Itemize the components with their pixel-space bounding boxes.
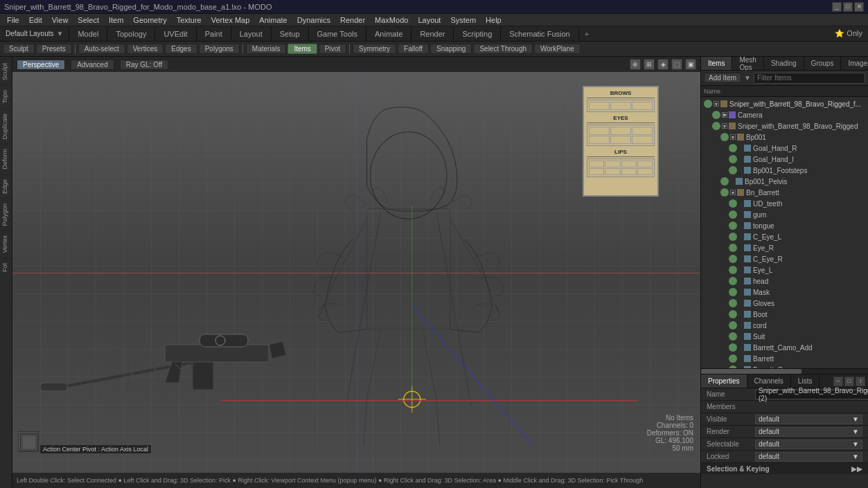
tree-collapse[interactable]: ▶ <box>722 112 727 118</box>
prop-name-value[interactable]: Sniper_with_Barrett_98_Bravo_Rigged (2) <box>755 390 868 399</box>
eye-icon[interactable] <box>729 354 737 363</box>
tree-suit[interactable]: Suit <box>701 331 868 342</box>
close-button[interactable]: ✕ <box>854 2 864 12</box>
presets-button[interactable]: Presets <box>36 44 72 54</box>
menu-file[interactable]: File <box>3 15 24 25</box>
tree-goal-hand-r[interactable]: Goal_Hand_R <box>701 143 868 154</box>
menu-geometry[interactable]: Geometry <box>129 15 170 25</box>
dropdown-arrow[interactable]: ▼ <box>743 74 752 82</box>
tree-bp001[interactable]: ▼ Bp001 <box>701 132 868 143</box>
layouts-dropdown[interactable]: Default Layouts ▼ <box>0 26 69 41</box>
tab-setup[interactable]: Setup <box>272 26 309 41</box>
select-through-button[interactable]: Select Through <box>473 44 533 54</box>
sidebar-topo[interactable]: Topo <box>0 85 12 108</box>
add-item-button[interactable]: Add Item <box>704 73 741 83</box>
tree-c-eye-r[interactable]: C_Eye_R <box>701 253 868 264</box>
scrollbar-thumb[interactable] <box>701 369 801 374</box>
window-controls[interactable]: _ □ ✕ <box>832 2 864 12</box>
eye-icon[interactable] <box>729 222 737 230</box>
rpanel-tab-items[interactable]: Items <box>701 57 732 70</box>
auto-select-button[interactable]: Auto-select <box>78 44 125 54</box>
sidebar-polygon[interactable]: Polygon <box>0 199 12 231</box>
prop-visible-dropdown[interactable]: default ▼ <box>755 415 862 424</box>
vertices-button[interactable]: Vertices <box>127 44 164 54</box>
materials-button[interactable]: Materials <box>246 44 287 54</box>
eye-icon[interactable] <box>729 233 737 241</box>
menu-animate[interactable]: Animate <box>255 15 291 25</box>
eye-icon[interactable] <box>729 166 737 174</box>
prop-icon-2[interactable]: □ <box>844 377 854 386</box>
menu-maxmodo[interactable]: MaxModo <box>371 15 412 25</box>
prop-tab-lists[interactable]: Lists <box>791 374 820 388</box>
tree-sniper-rigged[interactable]: ▼ Sniper_with_Barrett_98_Bravo_Rigged <box>701 120 868 132</box>
sidebar-duplicate[interactable]: Duplicate <box>0 109 12 144</box>
eye-icon[interactable] <box>729 343 737 352</box>
prop-tab-channels[interactable]: Channels <box>747 374 791 388</box>
edges-button[interactable]: Edges <box>165 44 197 54</box>
tab-topology[interactable]: Topology <box>107 26 155 41</box>
vp-icon-1[interactable]: ⊕ <box>630 59 641 70</box>
sidebar-fot[interactable]: Fot <box>0 258 12 276</box>
eye-icon[interactable] <box>720 133 729 141</box>
eye-icon[interactable] <box>729 332 737 341</box>
prop-selectable-dropdown[interactable]: default ▼ <box>755 440 862 449</box>
tree-cord[interactable]: cord <box>701 320 868 331</box>
eye-icon[interactable] <box>712 122 720 130</box>
vp-icon-3[interactable]: ◈ <box>657 59 668 70</box>
menu-item[interactable]: Item <box>105 15 127 25</box>
raygl-button[interactable]: Ray GL: Off <box>120 60 169 70</box>
menu-view[interactable]: View <box>48 15 73 25</box>
falloff-button[interactable]: Falloff <box>398 44 429 54</box>
sidebar-deform[interactable]: Deform <box>0 144 12 174</box>
tree-scrollbar[interactable] <box>701 368 868 374</box>
eye-icon[interactable] <box>729 210 737 219</box>
menu-vertexmap[interactable]: Vertex Map <box>207 15 254 25</box>
pivot-button[interactable]: Pivot <box>319 44 346 54</box>
advanced-button[interactable]: Advanced <box>71 60 114 70</box>
eye-icon[interactable] <box>729 321 737 329</box>
tab-animate[interactable]: Animate <box>366 26 411 41</box>
tree-gloves[interactable]: Gloves <box>701 298 868 309</box>
menu-texture[interactable]: Texture <box>172 15 206 25</box>
prop-render-dropdown[interactable]: default ▼ <box>755 427 862 437</box>
maximize-button[interactable]: □ <box>843 2 853 12</box>
tree-c-eye-l[interactable]: C_Eye_L <box>701 231 868 242</box>
workplane-button[interactable]: WorkPlane <box>534 44 581 54</box>
menu-help[interactable]: Help <box>481 15 506 25</box>
minimize-button[interactable]: _ <box>832 2 842 12</box>
symmetry-button[interactable]: Symmetry <box>353 44 396 54</box>
tree-pelvis[interactable]: Bp001_Pelvis <box>701 176 868 187</box>
items-tree[interactable]: ▼ Sniper_with_Barrett_98_Bravo_Rigged_f.… <box>701 97 868 368</box>
sidebar-vertex[interactable]: Vertex <box>0 231 12 257</box>
eye-icon[interactable] <box>729 266 737 274</box>
eye-icon[interactable] <box>729 288 737 296</box>
prop-icon-expand[interactable]: ↕ <box>856 377 865 386</box>
tree-bn-barrett[interactable]: ▼ Bn_Barrett <box>701 187 868 198</box>
polygons-button[interactable]: Polygons <box>199 44 240 54</box>
eye-icon[interactable] <box>729 144 737 152</box>
tree-footsteps[interactable]: Bp001_Footsteps <box>701 165 868 176</box>
eye-icon[interactable] <box>729 277 737 285</box>
tab-uvedit[interactable]: UVEdit <box>155 26 196 41</box>
tree-collapse[interactable]: ▼ <box>730 190 736 195</box>
tab-schematic[interactable]: Schematic Fusion <box>501 26 578 41</box>
tree-barrett-camo-add[interactable]: Barrett_Camo_Add <box>701 342 868 353</box>
tree-camera[interactable]: ▶ Camera <box>701 109 868 120</box>
tab-model[interactable]: Model <box>69 26 107 41</box>
vp-icon-4[interactable]: ⬚ <box>671 59 682 70</box>
eye-icon[interactable] <box>720 177 729 186</box>
eye-icon[interactable] <box>729 199 737 208</box>
tree-gum[interactable]: gum <box>701 209 868 220</box>
rpanel-tab-images[interactable]: Images <box>841 57 868 70</box>
prop-tab-properties[interactable]: Properties <box>701 374 747 388</box>
eye-icon[interactable] <box>729 299 737 307</box>
items-button[interactable]: Items <box>287 44 317 54</box>
eye-icon[interactable] <box>712 111 720 119</box>
tree-boot[interactable]: Boot <box>701 309 868 320</box>
sidebar-edge[interactable]: Edge <box>0 174 12 198</box>
tab-layout[interactable]: Layout <box>231 26 272 41</box>
tree-root[interactable]: ▼ Sniper_with_Barrett_98_Bravo_Rigged_f.… <box>701 98 868 109</box>
tree-collapse[interactable]: ▼ <box>730 134 736 140</box>
eye-icon[interactable] <box>704 100 712 108</box>
vp-icon-5[interactable]: ▣ <box>685 59 696 70</box>
